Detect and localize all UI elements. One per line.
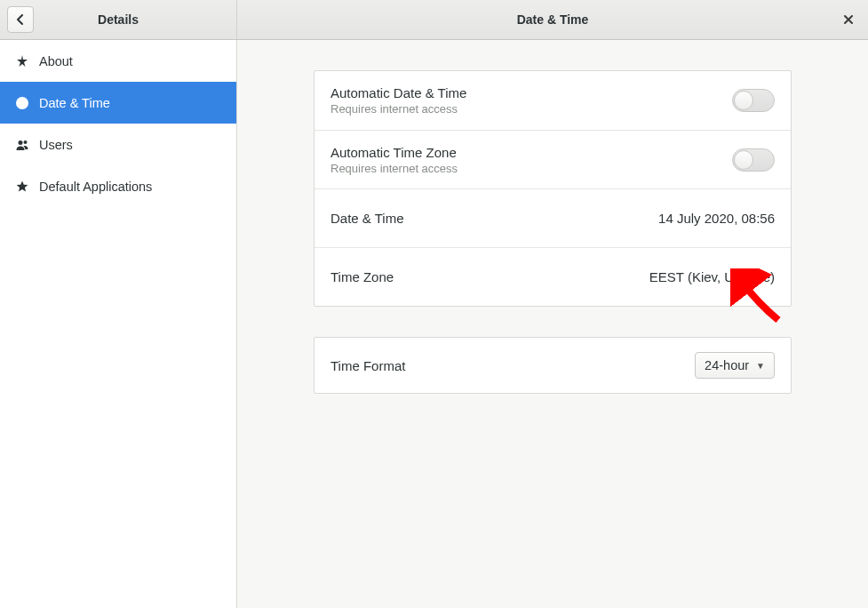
star-outline-icon bbox=[14, 180, 30, 194]
row-time-format: Time Format 24-hour ▼ bbox=[315, 338, 791, 393]
caret-down-icon: ▼ bbox=[756, 361, 765, 371]
sidebar: About Date & Time Users Default Applicat… bbox=[0, 40, 237, 608]
row-sub: Requires internet access bbox=[330, 162, 458, 175]
clock-icon bbox=[14, 96, 30, 110]
timezone-value: EEST (Kiev, Ukraine) bbox=[649, 269, 775, 284]
users-icon bbox=[14, 138, 30, 152]
row-automatic-datetime: Automatic Date & Time Requires internet … bbox=[315, 71, 791, 130]
row-label: Automatic Date & Time bbox=[330, 85, 466, 100]
dropdown-value: 24-hour bbox=[705, 358, 749, 372]
time-format-panel: Time Format 24-hour ▼ bbox=[314, 337, 792, 394]
body: About Date & Time Users Default Applicat… bbox=[0, 40, 868, 608]
svg-point-1 bbox=[19, 140, 23, 145]
sidebar-item-label: About bbox=[39, 54, 73, 68]
row-label: Time Zone bbox=[330, 269, 394, 284]
sidebar-item-users[interactable]: Users bbox=[0, 124, 236, 165]
close-icon bbox=[843, 14, 854, 25]
datetime-value: 14 July 2020, 08:56 bbox=[658, 211, 775, 226]
close-button[interactable] bbox=[838, 0, 859, 39]
details-title: Details bbox=[0, 12, 236, 27]
star-icon bbox=[14, 54, 30, 68]
headerbar-right: Date & Time bbox=[237, 0, 868, 39]
page-title: Date & Time bbox=[237, 12, 868, 27]
svg-point-2 bbox=[24, 140, 28, 144]
settings-panel: Automatic Date & Time Requires internet … bbox=[314, 70, 792, 307]
row-label: Automatic Time Zone bbox=[330, 145, 458, 160]
automatic-datetime-switch[interactable] bbox=[732, 89, 775, 112]
row-label: Date & Time bbox=[330, 211, 404, 226]
time-format-dropdown[interactable]: 24-hour ▼ bbox=[695, 352, 775, 379]
sidebar-item-label: Date & Time bbox=[39, 96, 110, 110]
row-timezone[interactable]: Time Zone EEST (Kiev, Ukraine) bbox=[315, 247, 791, 306]
row-sub: Requires internet access bbox=[330, 102, 466, 116]
headerbar-left: Details bbox=[0, 0, 237, 39]
headerbar: Details Date & Time bbox=[0, 0, 868, 40]
sidebar-item-about[interactable]: About bbox=[0, 40, 236, 82]
sidebar-item-date-time[interactable]: Date & Time bbox=[0, 82, 236, 124]
chevron-left-icon bbox=[16, 14, 25, 25]
sidebar-item-default-applications[interactable]: Default Applications bbox=[0, 165, 236, 207]
automatic-timezone-switch[interactable] bbox=[732, 148, 775, 172]
back-button[interactable] bbox=[7, 6, 34, 33]
row-label: Time Format bbox=[330, 358, 405, 373]
switch-knob bbox=[734, 91, 753, 110]
row-automatic-timezone: Automatic Time Zone Requires internet ac… bbox=[315, 130, 791, 188]
row-datetime[interactable]: Date & Time 14 July 2020, 08:56 bbox=[315, 188, 791, 247]
main-content: Automatic Date & Time Requires internet … bbox=[237, 40, 868, 608]
sidebar-item-label: Default Applications bbox=[39, 180, 152, 194]
switch-knob bbox=[734, 150, 753, 170]
sidebar-item-label: Users bbox=[39, 138, 73, 152]
